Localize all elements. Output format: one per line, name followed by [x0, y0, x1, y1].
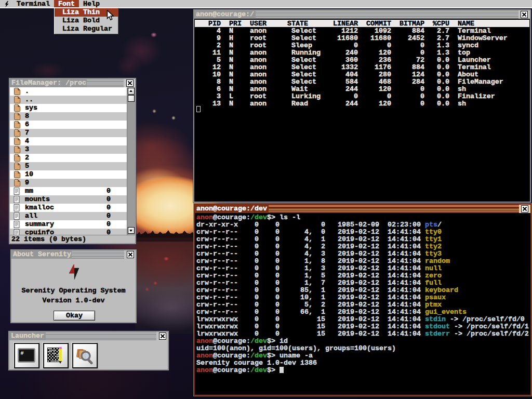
svg-text:#: # — [21, 351, 24, 356]
